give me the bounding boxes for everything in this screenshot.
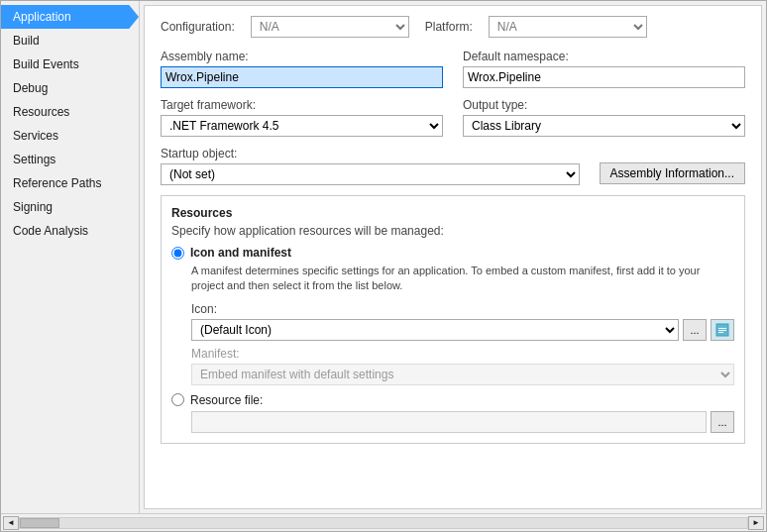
startup-assembly-row: Startup object: (Not set) Assembly Infor… xyxy=(161,147,745,185)
manifest-row: Manifest: Embed manifest with default se… xyxy=(191,347,734,385)
resource-file-input-row: ... xyxy=(191,411,734,433)
assembly-namespace-row: Assembly name: Default namespace: xyxy=(161,50,745,88)
app-window: Application Build Build Events Debug Res… xyxy=(0,0,767,532)
sidebar-item-services[interactable]: Services xyxy=(1,124,139,148)
sidebar: Application Build Build Events Debug Res… xyxy=(1,1,140,513)
scrollbar-thumb[interactable] xyxy=(20,518,59,528)
startup-object-group: Startup object: (Not set) xyxy=(161,147,580,185)
assembly-info-button[interactable]: Assembly Information... xyxy=(600,162,745,184)
sidebar-item-signing[interactable]: Signing xyxy=(1,195,139,219)
icon-row: Icon: (Default Icon) ... xyxy=(191,302,734,341)
sidebar-item-reference-paths[interactable]: Reference Paths xyxy=(1,171,139,195)
resource-file-input[interactable] xyxy=(191,411,707,433)
icon-select[interactable]: (Default Icon) xyxy=(191,319,679,341)
content-area: Configuration: N/A Platform: N/A Assembl… xyxy=(144,5,762,509)
target-framework-group: Target framework: .NET Framework 4.5 xyxy=(161,98,443,137)
icon-browse-button[interactable]: ... xyxy=(683,319,707,341)
icon-select-row: (Default Icon) ... xyxy=(191,319,734,341)
sidebar-item-build-events[interactable]: Build Events xyxy=(1,53,139,76)
sidebar-item-code-analysis[interactable]: Code Analysis xyxy=(1,219,139,243)
manifest-label: Manifest: xyxy=(191,347,734,361)
svg-rect-3 xyxy=(718,332,723,333)
startup-object-label: Startup object: xyxy=(161,147,580,160)
sidebar-item-application[interactable]: Application xyxy=(1,5,139,29)
icon-manifest-description: A manifest determines specific settings … xyxy=(191,264,734,294)
startup-object-select[interactable]: (Not set) xyxy=(161,163,580,185)
icon-preview xyxy=(711,319,734,341)
config-select[interactable]: N/A xyxy=(251,16,409,38)
scrollbar-track[interactable] xyxy=(19,517,748,529)
assembly-name-group: Assembly name: xyxy=(161,50,443,88)
platform-select[interactable]: N/A xyxy=(489,16,647,38)
scroll-left-arrow[interactable]: ◄ xyxy=(3,516,19,530)
sidebar-item-resources[interactable]: Resources xyxy=(1,100,139,124)
config-label: Configuration: xyxy=(161,20,235,34)
svg-rect-1 xyxy=(718,328,726,329)
target-framework-label: Target framework: xyxy=(161,98,443,112)
output-type-group: Output type: Class Library xyxy=(463,98,745,137)
icon-manifest-radio-row: Icon and manifest xyxy=(171,246,734,260)
bottom-scrollbar: ◄ ► xyxy=(1,513,766,531)
resources-title: Resources xyxy=(171,206,734,220)
resources-subtitle: Specify how application resources will b… xyxy=(171,224,734,238)
assembly-info-area: Assembly Information... xyxy=(600,147,745,185)
sidebar-item-debug[interactable]: Debug xyxy=(1,76,139,100)
resource-file-label: Resource file: xyxy=(190,393,263,407)
sidebar-item-settings[interactable]: Settings xyxy=(1,148,139,171)
default-namespace-input[interactable] xyxy=(463,66,745,88)
platform-label: Platform: xyxy=(425,20,473,34)
sidebar-item-build[interactable]: Build xyxy=(1,29,139,53)
resources-section: Resources Specify how application resour… xyxy=(161,195,745,444)
icon-field-label: Icon: xyxy=(191,302,734,316)
config-bar: Configuration: N/A Platform: N/A xyxy=(161,16,745,38)
svg-rect-2 xyxy=(718,330,726,331)
resource-file-radio-row: Resource file: xyxy=(171,393,734,407)
resource-file-browse-button[interactable]: ... xyxy=(711,411,734,433)
default-namespace-label: Default namespace: xyxy=(463,50,745,63)
scroll-right-arrow[interactable]: ► xyxy=(748,516,764,530)
icon-preview-image xyxy=(715,323,729,337)
output-type-label: Output type: xyxy=(463,98,745,112)
framework-output-row: Target framework: .NET Framework 4.5 Out… xyxy=(161,98,745,137)
default-namespace-group: Default namespace: xyxy=(463,50,745,88)
resource-file-radio[interactable] xyxy=(171,393,184,406)
icon-manifest-label: Icon and manifest xyxy=(190,246,291,260)
output-type-select[interactable]: Class Library xyxy=(463,115,745,137)
icon-manifest-radio[interactable] xyxy=(171,247,184,260)
manifest-select[interactable]: Embed manifest with default settings xyxy=(191,364,734,385)
assembly-name-input[interactable] xyxy=(161,66,443,88)
target-framework-select[interactable]: .NET Framework 4.5 xyxy=(161,115,443,137)
assembly-name-label: Assembly name: xyxy=(161,50,443,63)
